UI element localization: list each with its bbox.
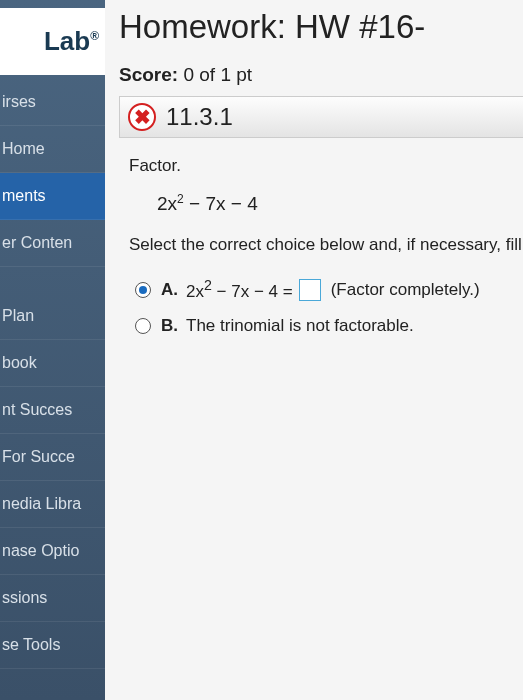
prompt-text: Select the correct choice below and, if … bbox=[129, 235, 523, 255]
choice-b[interactable]: B. The trinomial is not factorable. bbox=[135, 316, 523, 336]
sidebar-item-book[interactable]: book bbox=[0, 340, 105, 387]
choice-b-letter: B. bbox=[161, 316, 178, 336]
score-value: 0 of 1 pt bbox=[183, 64, 252, 85]
choice-a[interactable]: A. 2x2 − 7x − 4 = (Factor completely.) bbox=[135, 277, 523, 302]
question-bar: ✖ 11.3.1 bbox=[119, 96, 523, 138]
question-number: 11.3.1 bbox=[166, 103, 233, 131]
expression: 2x2 − 7x − 4 bbox=[157, 192, 523, 215]
choice-b-text: The trinomial is not factorable. bbox=[186, 316, 414, 336]
radio-b[interactable] bbox=[135, 318, 151, 334]
main-content: Homework: HW #16- Score: 0 of 1 pt ✖ 11.… bbox=[105, 0, 523, 700]
sidebar-item-media-library[interactable]: nedia Libra bbox=[0, 481, 105, 528]
lab-logo: Lab® bbox=[0, 8, 105, 75]
sidebar-item-purchase-options[interactable]: nase Optio bbox=[0, 528, 105, 575]
choice-a-letter: A. bbox=[161, 280, 178, 300]
sidebar-item-course-tools[interactable]: se Tools bbox=[0, 622, 105, 669]
choice-a-expression: 2x2 − 7x − 4 = bbox=[186, 277, 293, 302]
sidebar-item-plan[interactable]: Plan bbox=[0, 293, 105, 340]
logo-trademark: ® bbox=[90, 29, 99, 43]
sidebar-item-success[interactable]: nt Succes bbox=[0, 387, 105, 434]
sidebar-item-courses[interactable]: irses bbox=[0, 79, 105, 126]
choice-a-hint: (Factor completely.) bbox=[331, 280, 480, 300]
answer-input[interactable] bbox=[299, 279, 321, 301]
homework-title: Homework: HW #16- bbox=[119, 8, 523, 46]
score-line: Score: 0 of 1 pt bbox=[119, 64, 523, 86]
radio-a[interactable] bbox=[135, 282, 151, 298]
sidebar-item-content[interactable]: er Conten bbox=[0, 220, 105, 267]
sidebar: Lab® irses Home ments er Conten Plan boo… bbox=[0, 0, 105, 700]
logo-text: Lab bbox=[44, 26, 90, 56]
question-content: Factor. 2x2 − 7x − 4 Select the correct … bbox=[119, 156, 523, 336]
instruction-text: Factor. bbox=[129, 156, 523, 176]
incorrect-icon: ✖ bbox=[128, 103, 156, 131]
sidebar-item-for-success[interactable]: For Succe bbox=[0, 434, 105, 481]
sidebar-item-discussions[interactable]: ssions bbox=[0, 575, 105, 622]
sidebar-item-home[interactable]: Home bbox=[0, 126, 105, 173]
score-label: Score: bbox=[119, 64, 178, 85]
sidebar-item-assignments[interactable]: ments bbox=[0, 173, 105, 220]
